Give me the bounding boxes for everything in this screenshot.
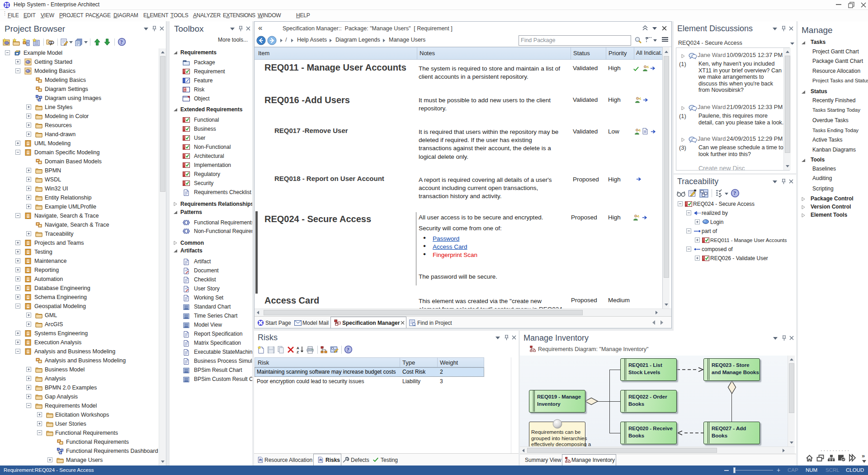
svg-text:R: R	[319, 458, 322, 462]
svg-text:R: R	[259, 458, 262, 462]
svg-text:Z: Z	[297, 350, 299, 354]
svg-text:A: A	[297, 346, 299, 350]
